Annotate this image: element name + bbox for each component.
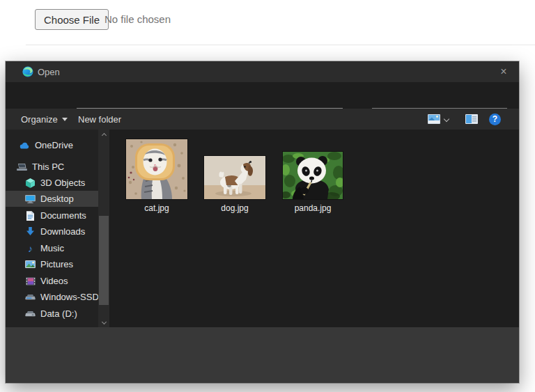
cube-icon	[25, 178, 36, 188]
sidebar-item-label: Music	[40, 243, 64, 253]
sidebar-item-music[interactable]: ♪ Music	[6, 240, 98, 256]
sidebar-item-label: 3D Objects	[40, 178, 85, 188]
views-icon	[428, 114, 440, 124]
help-button[interactable]: ?	[483, 109, 506, 130]
views-button[interactable]	[422, 109, 454, 130]
file-tile-panda[interactable]: panda.jpg	[283, 152, 343, 213]
sidebar-item-label: Videos	[40, 276, 68, 286]
organize-label: Organize	[21, 114, 58, 125]
scrollbar-thumb[interactable]	[99, 216, 109, 305]
organize-button[interactable]: Organize	[15, 109, 73, 130]
scrollbar-up-icon[interactable]	[98, 130, 109, 141]
divider	[26, 45, 535, 45]
sidebar-item-label: OneDrive	[35, 140, 73, 150]
dialog-main-area: OneDrive This PC 3D Objects	[6, 130, 519, 327]
file-name-label: panda.jpg	[295, 203, 332, 213]
file-name-label: dog.jpg	[221, 203, 248, 213]
page: Choose File No file chosen	[0, 0, 535, 392]
sidebar-scrollbar[interactable]	[98, 130, 109, 327]
sidebar-item-label: Downloads	[40, 226, 85, 237]
sidebar-item-label: Data (D:)	[40, 308, 77, 319]
scrollbar-down-icon[interactable]	[98, 316, 109, 327]
sidebar-item-label: Desktop	[40, 194, 74, 204]
file-tile-dog[interactable]: dog.jpg	[204, 156, 265, 213]
picture-icon	[25, 259, 36, 269]
dialog-footer: File name: All files (*.*) Open Cancel	[6, 327, 519, 383]
sidebar-item-label: Windows-SSD (C:)	[40, 292, 98, 302]
close-icon[interactable]: ×	[492, 61, 515, 82]
help-icon: ?	[489, 113, 501, 125]
sidebar-item-videos[interactable]: Videos	[6, 273, 98, 289]
navigation-bar: ← → ↑ Desktop datasets animals images	[6, 82, 519, 109]
sidebar-item-label: Pictures	[40, 259, 73, 269]
sidebar-item-pictures[interactable]: Pictures	[6, 256, 98, 272]
this-pc-icon	[17, 162, 27, 172]
open-file-dialog: Open × ← → ↑ Desktop datasets	[6, 61, 519, 383]
sidebar-item-label: Documents	[40, 210, 86, 221]
choose-file-button[interactable]: Choose File	[35, 9, 109, 30]
edge-logo-icon	[22, 66, 33, 77]
document-icon	[25, 210, 36, 221]
sidebar-item-windows-ssd[interactable]: Windows-SSD (C:)	[6, 289, 98, 305]
new-folder-button[interactable]: New folder	[72, 109, 127, 130]
sidebar-item-3d-objects[interactable]: 3D Objects	[6, 175, 98, 191]
sidebar-item-desktop[interactable]: Desktop	[6, 191, 98, 207]
down-arrow-icon	[25, 226, 36, 237]
file-tile-cat[interactable]: cat.jpg	[126, 139, 187, 213]
preview-pane-icon	[465, 114, 478, 124]
navigation-pane: OneDrive This PC 3D Objects	[6, 130, 98, 327]
dog-thumbnail-image	[204, 156, 265, 199]
organize-dropdown-icon	[62, 118, 68, 121]
drive-icon	[25, 308, 36, 319]
new-folder-label: New folder	[78, 114, 121, 125]
file-name-label: cat.jpg	[144, 203, 169, 213]
no-file-chosen-text: No file chosen	[104, 13, 171, 25]
drive-icon	[25, 292, 36, 302]
onedrive-cloud-icon	[20, 140, 30, 150]
sidebar-item-this-pc[interactable]: This PC	[6, 159, 98, 175]
sidebar-item-downloads[interactable]: Downloads	[6, 224, 98, 240]
sidebar-item-data-drive[interactable]: Data (D:)	[6, 306, 98, 322]
cat-thumbnail-image	[126, 139, 187, 199]
dialog-title: Open	[38, 67, 60, 77]
music-note-icon: ♪	[25, 243, 36, 253]
monitor-icon	[25, 194, 36, 204]
sidebar-item-onedrive[interactable]: OneDrive	[6, 137, 98, 153]
panda-thumbnail-image	[283, 152, 343, 199]
preview-pane-button[interactable]	[460, 109, 483, 130]
sidebar-item-label: This PC	[32, 162, 64, 172]
dialog-toolbar: Organize New folder	[6, 109, 519, 130]
views-dropdown-chevron-icon	[444, 116, 449, 122]
dialog-titlebar[interactable]: Open ×	[6, 61, 519, 82]
film-icon	[25, 276, 36, 286]
sidebar-item-documents[interactable]: Documents	[6, 207, 98, 224]
